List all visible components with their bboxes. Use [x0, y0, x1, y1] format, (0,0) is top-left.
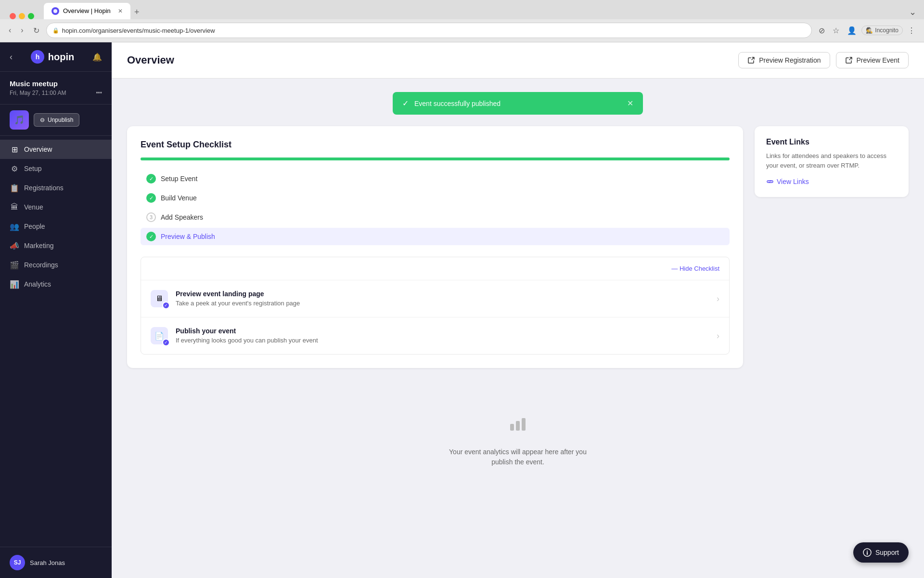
forward-button[interactable]: ›: [18, 24, 26, 37]
item-check-overlay-publish: ✓: [162, 339, 170, 346]
tab-expand-button[interactable]: ⌄: [905, 5, 920, 19]
toast-check-icon: ✓: [402, 99, 409, 108]
address-bar[interactable]: 🔒 hopin.com/organisers/events/music-meet…: [46, 23, 812, 38]
address-url: hopin.com/organisers/events/music-meetup…: [62, 27, 215, 34]
svg-rect-5: [522, 418, 526, 431]
event-more-button[interactable]: •••: [96, 90, 102, 96]
checklist-item-preview-content: Preview event landing page Take a peek a…: [176, 290, 709, 307]
checklist-item-publish-icon: 📄 ✓: [151, 327, 168, 344]
sidebar-item-analytics[interactable]: 📊 Analytics: [0, 275, 112, 294]
view-links-label: View Links: [777, 178, 809, 185]
recordings-icon: 🎬: [10, 260, 19, 270]
unpublish-button[interactable]: ⊖ Unpublish: [34, 113, 79, 127]
preview-event-button[interactable]: Preview Event: [836, 52, 909, 68]
sidebar-item-recordings[interactable]: 🎬 Recordings: [0, 255, 112, 275]
main-header: Overview Preview Registration Preview Ev…: [112, 42, 924, 79]
registrations-icon: 📋: [10, 183, 19, 193]
support-label: Support: [875, 549, 899, 556]
support-button[interactable]: Support: [853, 542, 909, 563]
toast-close-button[interactable]: ✕: [627, 99, 633, 108]
back-button[interactable]: ‹: [6, 24, 14, 37]
progress-bar: [141, 158, 730, 160]
step-check-venue: ✓: [146, 193, 156, 203]
analytics-icon: 📊: [10, 279, 19, 289]
content-area: ✓ Event successfully published ✕ Event S…: [112, 79, 924, 510]
step-speakers[interactable]: 3 Add Speakers: [141, 209, 730, 226]
tab-close-button[interactable]: ✕: [118, 8, 123, 14]
sidebar-item-venue-label: Venue: [24, 203, 43, 211]
cast-button[interactable]: ⊘: [816, 24, 828, 37]
event-links-desc: Links for attendees and speakers to acce…: [766, 151, 897, 170]
tab-favicon: [51, 7, 59, 15]
step-publish-label: Preview & Publish: [161, 233, 215, 240]
event-links-title: Event Links: [766, 138, 897, 146]
svg-rect-3: [510, 424, 514, 431]
checklist-title: Event Setup Checklist: [141, 140, 730, 150]
sidebar-item-setup[interactable]: ⚙ Setup: [0, 159, 112, 178]
sidebar-item-analytics-label: Analytics: [24, 280, 51, 288]
step-venue[interactable]: ✓ Build Venue: [141, 189, 730, 207]
bookmark-button[interactable]: ☆: [830, 24, 842, 37]
step-publish[interactable]: ✓ Preview & Publish: [141, 228, 730, 245]
sidebar-item-marketing[interactable]: 📣 Marketing: [0, 236, 112, 255]
profile-button[interactable]: 👤: [844, 24, 860, 37]
event-links-card: Event Links Links for attendees and spea…: [755, 126, 909, 197]
people-icon: 👥: [10, 222, 19, 231]
page-title: Overview: [127, 54, 174, 66]
checklist-detail: — Hide Checklist 🖥 ✓ Preview event landi…: [141, 257, 730, 355]
checklist-item-preview[interactable]: 🖥 ✓ Preview event landing page Take a pe…: [141, 280, 729, 317]
user-name: Sarah Jonas: [30, 559, 65, 566]
sidebar-item-registrations[interactable]: 📋 Registrations: [0, 178, 112, 197]
preview-registration-button[interactable]: Preview Registration: [738, 52, 830, 68]
user-avatar: SJ: [10, 555, 25, 570]
sidebar-item-overview-label: Overview: [24, 145, 52, 153]
checklist-item-preview-arrow: ›: [717, 294, 719, 304]
sidebar-user: SJ Sarah Jonas: [0, 547, 112, 578]
checklist-item-preview-icon: 🖥 ✓: [151, 290, 168, 307]
menu-button[interactable]: ⋮: [905, 24, 918, 37]
checklist-item-publish-desc: If everything looks good you can publish…: [176, 337, 709, 344]
step-number-speakers: 3: [146, 212, 156, 222]
new-tab-button[interactable]: +: [130, 5, 143, 19]
notification-bell-icon[interactable]: 🔔: [92, 53, 102, 62]
overview-icon: ⊞: [10, 144, 19, 154]
success-toast: ✓ Event successfully published ✕: [393, 92, 643, 115]
checklist-item-publish-title: Publish your event: [176, 327, 709, 335]
event-date: Fri, May 27, 11:00 AM: [10, 90, 66, 96]
analytics-placeholder: Your event analytics will appear here af…: [127, 380, 909, 496]
app: ‹ h hopin 🔔 Music meetup Fri, May 27, 11…: [0, 42, 924, 578]
checklist-item-publish[interactable]: 📄 ✓ Publish your event If everything loo…: [141, 317, 729, 354]
external-link-icon-2: [845, 56, 853, 64]
step-venue-label: Build Venue: [161, 194, 197, 202]
checklist-steps: ✓ Setup Event ✓ Build Venue 3 Add Speake…: [141, 170, 730, 245]
hide-checklist-button[interactable]: — Hide Checklist: [671, 265, 719, 272]
refresh-button[interactable]: ↻: [30, 24, 42, 37]
view-links-button[interactable]: View Links: [766, 178, 809, 185]
incognito-icon: 🕵: [866, 27, 873, 34]
sidebar-item-people-label: People: [24, 223, 45, 230]
step-check-setup: ✓: [146, 174, 156, 184]
checklist-detail-header: — Hide Checklist: [141, 257, 729, 280]
sidebar-item-setup-label: Setup: [24, 165, 42, 172]
step-setup-label: Setup Event: [161, 175, 197, 183]
traffic-light-red[interactable]: [10, 13, 16, 19]
analytics-placeholder-icon: [502, 408, 533, 439]
svg-point-0: [53, 9, 57, 13]
sidebar-item-venue[interactable]: 🏛 Venue: [0, 197, 112, 217]
hide-checklist-label: — Hide Checklist: [671, 265, 719, 272]
sidebar-navigation: ⊞ Overview ⚙ Setup 📋 Registrations 🏛 Ven…: [0, 136, 112, 547]
traffic-light-yellow[interactable]: [19, 13, 25, 19]
event-name: Music meetup: [10, 79, 102, 88]
traffic-light-green[interactable]: [28, 13, 34, 19]
sidebar-back-button[interactable]: ‹: [10, 52, 13, 62]
preview-registration-label: Preview Registration: [759, 56, 821, 64]
sidebar-item-people[interactable]: 👥 People: [0, 217, 112, 236]
analytics-placeholder-text: Your event analytics will appear here af…: [446, 447, 590, 467]
main-content: Overview Preview Registration Preview Ev…: [112, 42, 924, 578]
toast-message: Event successfully published: [414, 100, 621, 107]
browser-tab-active[interactable]: Overview | Hopin ✕: [44, 3, 130, 19]
step-setup[interactable]: ✓ Setup Event: [141, 170, 730, 187]
sidebar-item-overview[interactable]: ⊞ Overview: [0, 140, 112, 159]
support-icon: [863, 548, 872, 557]
sidebar: ‹ h hopin 🔔 Music meetup Fri, May 27, 11…: [0, 42, 112, 578]
